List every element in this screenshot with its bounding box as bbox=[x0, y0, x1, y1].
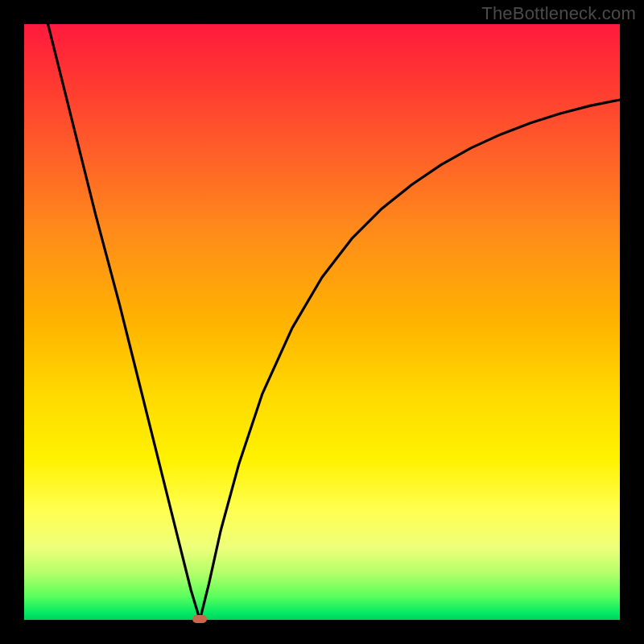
watermark-text: TheBottleneck.com bbox=[481, 3, 636, 24]
curve-layer bbox=[24, 24, 620, 620]
plot-area bbox=[24, 24, 620, 620]
chart-frame: TheBottleneck.com bbox=[0, 0, 644, 644]
minimum-marker bbox=[192, 615, 207, 623]
bottleneck-curve bbox=[48, 24, 620, 620]
